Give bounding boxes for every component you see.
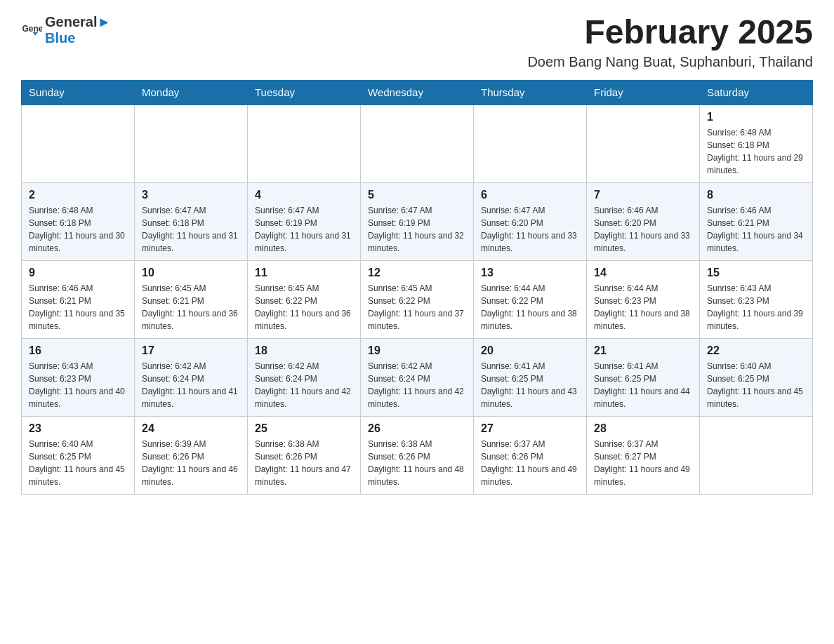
calendar-cell	[135, 105, 248, 183]
day-number: 12	[368, 267, 466, 279]
calendar-cell	[700, 416, 813, 494]
weekday-header-saturday: Saturday	[700, 80, 813, 105]
calendar-cell: 16Sunrise: 6:43 AM Sunset: 6:23 PM Dayli…	[22, 338, 135, 416]
day-number: 20	[481, 344, 579, 357]
calendar-cell: 3Sunrise: 6:47 AM Sunset: 6:18 PM Daylig…	[135, 182, 248, 260]
calendar-cell: 24Sunrise: 6:39 AM Sunset: 6:26 PM Dayli…	[135, 416, 248, 494]
calendar-cell: 26Sunrise: 6:38 AM Sunset: 6:26 PM Dayli…	[361, 416, 474, 494]
calendar-week-row: 9Sunrise: 6:46 AM Sunset: 6:21 PM Daylig…	[22, 260, 813, 338]
weekday-header-wednesday: Wednesday	[361, 80, 474, 105]
day-info: Sunrise: 6:44 AM Sunset: 6:22 PM Dayligh…	[481, 282, 579, 333]
day-info: Sunrise: 6:39 AM Sunset: 6:26 PM Dayligh…	[142, 438, 240, 488]
day-info: Sunrise: 6:42 AM Sunset: 6:24 PM Dayligh…	[368, 360, 466, 410]
calendar-week-row: 23Sunrise: 6:40 AM Sunset: 6:25 PM Dayli…	[22, 416, 813, 494]
calendar-cell: 6Sunrise: 6:47 AM Sunset: 6:20 PM Daylig…	[474, 182, 587, 260]
day-info: Sunrise: 6:43 AM Sunset: 6:23 PM Dayligh…	[707, 282, 805, 333]
calendar-title: February 2025	[527, 14, 813, 51]
day-number: 2	[29, 189, 127, 201]
calendar-cell: 19Sunrise: 6:42 AM Sunset: 6:24 PM Dayli…	[361, 338, 474, 416]
calendar-cell	[361, 105, 474, 183]
calendar-cell: 5Sunrise: 6:47 AM Sunset: 6:19 PM Daylig…	[361, 182, 474, 260]
calendar-cell: 11Sunrise: 6:45 AM Sunset: 6:22 PM Dayli…	[248, 260, 361, 338]
calendar-cell: 9Sunrise: 6:46 AM Sunset: 6:21 PM Daylig…	[22, 260, 135, 338]
day-number: 26	[368, 422, 466, 435]
calendar-cell	[587, 105, 700, 183]
calendar-week-row: 16Sunrise: 6:43 AM Sunset: 6:23 PM Dayli…	[22, 338, 813, 416]
day-number: 16	[29, 344, 127, 357]
day-number: 21	[594, 344, 692, 357]
calendar-cell: 13Sunrise: 6:44 AM Sunset: 6:22 PM Dayli…	[474, 260, 587, 338]
day-info: Sunrise: 6:40 AM Sunset: 6:25 PM Dayligh…	[707, 360, 805, 410]
calendar-cell: 15Sunrise: 6:43 AM Sunset: 6:23 PM Dayli…	[700, 260, 813, 338]
day-number: 23	[29, 422, 127, 435]
calendar-cell: 20Sunrise: 6:41 AM Sunset: 6:25 PM Dayli…	[474, 338, 587, 416]
day-info: Sunrise: 6:46 AM Sunset: 6:20 PM Dayligh…	[594, 204, 692, 255]
calendar-cell: 1Sunrise: 6:48 AM Sunset: 6:18 PM Daylig…	[700, 105, 813, 183]
page-header: General General► Blue February 2025 Doem…	[21, 14, 813, 70]
calendar-cell: 25Sunrise: 6:38 AM Sunset: 6:26 PM Dayli…	[248, 416, 361, 494]
calendar-cell: 21Sunrise: 6:41 AM Sunset: 6:25 PM Dayli…	[587, 338, 700, 416]
logo-icon: General	[21, 20, 42, 41]
day-number: 7	[594, 189, 692, 201]
calendar-cell: 23Sunrise: 6:40 AM Sunset: 6:25 PM Dayli…	[22, 416, 135, 494]
calendar-cell: 27Sunrise: 6:37 AM Sunset: 6:26 PM Dayli…	[474, 416, 587, 494]
weekday-header-thursday: Thursday	[474, 80, 587, 105]
day-number: 22	[707, 344, 805, 357]
day-number: 15	[707, 267, 805, 279]
day-info: Sunrise: 6:46 AM Sunset: 6:21 PM Dayligh…	[707, 204, 805, 255]
day-number: 4	[255, 189, 353, 201]
day-number: 11	[255, 267, 353, 279]
day-info: Sunrise: 6:38 AM Sunset: 6:26 PM Dayligh…	[255, 438, 353, 488]
day-info: Sunrise: 6:47 AM Sunset: 6:18 PM Dayligh…	[142, 204, 240, 255]
day-number: 10	[142, 267, 240, 279]
weekday-header-monday: Monday	[135, 80, 248, 105]
day-info: Sunrise: 6:38 AM Sunset: 6:26 PM Dayligh…	[368, 438, 466, 488]
calendar-title-area: February 2025 Doem Bang Nang Buat, Supha…	[527, 14, 813, 70]
day-info: Sunrise: 6:37 AM Sunset: 6:27 PM Dayligh…	[594, 438, 692, 488]
calendar-table: SundayMondayTuesdayWednesdayThursdayFrid…	[21, 80, 813, 495]
calendar-cell: 22Sunrise: 6:40 AM Sunset: 6:25 PM Dayli…	[700, 338, 813, 416]
calendar-cell: 10Sunrise: 6:45 AM Sunset: 6:21 PM Dayli…	[135, 260, 248, 338]
day-info: Sunrise: 6:41 AM Sunset: 6:25 PM Dayligh…	[481, 360, 579, 410]
day-info: Sunrise: 6:41 AM Sunset: 6:25 PM Dayligh…	[594, 360, 692, 410]
calendar-cell: 4Sunrise: 6:47 AM Sunset: 6:19 PM Daylig…	[248, 182, 361, 260]
day-info: Sunrise: 6:45 AM Sunset: 6:21 PM Dayligh…	[142, 282, 240, 333]
day-info: Sunrise: 6:40 AM Sunset: 6:25 PM Dayligh…	[29, 438, 127, 488]
calendar-week-row: 2Sunrise: 6:48 AM Sunset: 6:18 PM Daylig…	[22, 182, 813, 260]
day-number: 24	[142, 422, 240, 435]
weekday-header-friday: Friday	[587, 80, 700, 105]
calendar-cell: 17Sunrise: 6:42 AM Sunset: 6:24 PM Dayli…	[135, 338, 248, 416]
calendar-cell	[474, 105, 587, 183]
logo-text-blue: Blue	[45, 30, 111, 46]
day-info: Sunrise: 6:48 AM Sunset: 6:18 PM Dayligh…	[29, 204, 127, 255]
day-number: 3	[142, 189, 240, 201]
day-number: 5	[368, 189, 466, 201]
day-info: Sunrise: 6:47 AM Sunset: 6:19 PM Dayligh…	[368, 204, 466, 255]
calendar-cell	[22, 105, 135, 183]
weekday-header-tuesday: Tuesday	[248, 80, 361, 105]
day-info: Sunrise: 6:42 AM Sunset: 6:24 PM Dayligh…	[142, 360, 240, 410]
day-info: Sunrise: 6:45 AM Sunset: 6:22 PM Dayligh…	[368, 282, 466, 333]
day-info: Sunrise: 6:47 AM Sunset: 6:19 PM Dayligh…	[255, 204, 353, 255]
day-number: 19	[368, 344, 466, 357]
calendar-cell: 14Sunrise: 6:44 AM Sunset: 6:23 PM Dayli…	[587, 260, 700, 338]
svg-text:General: General	[22, 24, 43, 34]
day-info: Sunrise: 6:45 AM Sunset: 6:22 PM Dayligh…	[255, 282, 353, 333]
calendar-cell: 7Sunrise: 6:46 AM Sunset: 6:20 PM Daylig…	[587, 182, 700, 260]
calendar-cell	[248, 105, 361, 183]
calendar-cell: 12Sunrise: 6:45 AM Sunset: 6:22 PM Dayli…	[361, 260, 474, 338]
day-number: 6	[481, 189, 579, 201]
day-number: 17	[142, 344, 240, 357]
weekday-header-row: SundayMondayTuesdayWednesdayThursdayFrid…	[22, 80, 813, 105]
calendar-cell: 8Sunrise: 6:46 AM Sunset: 6:21 PM Daylig…	[700, 182, 813, 260]
day-number: 8	[707, 189, 805, 201]
day-info: Sunrise: 6:48 AM Sunset: 6:18 PM Dayligh…	[707, 126, 805, 177]
calendar-cell: 18Sunrise: 6:42 AM Sunset: 6:24 PM Dayli…	[248, 338, 361, 416]
calendar-week-row: 1Sunrise: 6:48 AM Sunset: 6:18 PM Daylig…	[22, 105, 813, 183]
day-number: 9	[29, 267, 127, 279]
day-number: 28	[594, 422, 692, 435]
day-info: Sunrise: 6:44 AM Sunset: 6:23 PM Dayligh…	[594, 282, 692, 333]
weekday-header-sunday: Sunday	[22, 80, 135, 105]
day-number: 1	[707, 111, 805, 123]
calendar-subtitle: Doem Bang Nang Buat, Suphanburi, Thailan…	[527, 54, 813, 70]
